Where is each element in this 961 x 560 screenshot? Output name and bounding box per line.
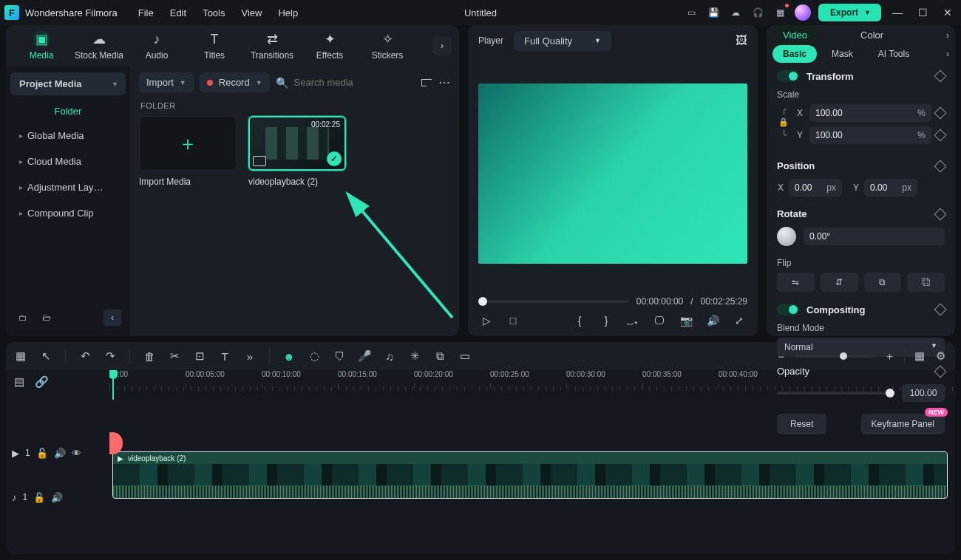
player-scrub-handle[interactable] bbox=[478, 297, 487, 306]
tl-menu-icon[interactable]: ▦ bbox=[13, 349, 28, 363]
sidebar-compound-clip[interactable]: ▸Compound Clip bbox=[10, 202, 126, 225]
player-canvas[interactable] bbox=[478, 83, 747, 264]
transform-keyframe-icon[interactable] bbox=[934, 70, 947, 83]
tl-view-icon[interactable]: ▦ bbox=[912, 349, 927, 363]
undo-icon[interactable]: ↶ bbox=[78, 349, 92, 363]
filter-icon[interactable]: ⫍ bbox=[421, 76, 432, 89]
cloud-icon[interactable]: ☁ bbox=[728, 5, 743, 20]
player-quality-dropdown[interactable]: Full Quality▼ bbox=[514, 31, 611, 51]
music-icon[interactable]: ♫ bbox=[382, 349, 397, 363]
video-track-header[interactable]: ▶1 🔓 🔊 👁 bbox=[6, 431, 109, 475]
subtab-basic[interactable]: Basic bbox=[772, 45, 817, 63]
zoom-out-icon[interactable]: − bbox=[774, 349, 789, 363]
prop-tab-video[interactable]: Video bbox=[772, 25, 818, 45]
tab-audio[interactable]: ♪Audio bbox=[129, 25, 185, 66]
scale-x-kf-icon[interactable] bbox=[934, 107, 947, 120]
scale-x-input[interactable]: 100.00% bbox=[809, 104, 931, 122]
audio-track-header[interactable]: ♪1 🔓 🔊 bbox=[6, 475, 109, 519]
flip-horizontal-button[interactable]: ⇋ bbox=[777, 273, 815, 292]
prop-tabs-more-icon[interactable]: › bbox=[946, 30, 949, 41]
more-icon[interactable]: ⋯ bbox=[438, 75, 450, 89]
menu-view[interactable]: View bbox=[241, 7, 262, 18]
redo-icon[interactable]: ↷ bbox=[103, 349, 118, 363]
headphones-icon[interactable]: 🎧 bbox=[750, 5, 765, 20]
save-icon[interactable]: 💾 bbox=[706, 5, 721, 20]
minimize-icon[interactable]: — bbox=[889, 4, 906, 21]
snapshot-icon[interactable]: 📷 bbox=[678, 313, 694, 329]
prop-tab-color[interactable]: Color bbox=[850, 25, 894, 45]
audio-icon[interactable]: 🔊 bbox=[704, 313, 721, 329]
video-visible-icon[interactable]: 👁 bbox=[72, 448, 81, 459]
player-scrub-track[interactable] bbox=[478, 300, 629, 303]
zoom-slider[interactable] bbox=[795, 355, 876, 358]
position-y-input[interactable]: 0.00px bbox=[864, 179, 917, 197]
tl-cursor-icon[interactable]: ↖ bbox=[38, 349, 53, 363]
audio-lock-icon[interactable]: 🔓 bbox=[33, 492, 45, 503]
flip-vertical-button[interactable]: ⇵ bbox=[821, 273, 858, 292]
layout-icon[interactable]: ▭ bbox=[684, 5, 699, 20]
rotate-dial[interactable] bbox=[777, 227, 796, 246]
sidebar-global-media[interactable]: ▸Global Media bbox=[10, 124, 126, 147]
display-icon[interactable]: 🖵 bbox=[651, 313, 668, 329]
tl-settings-icon[interactable]: ⚙ bbox=[933, 349, 948, 363]
shield-icon[interactable]: ⛉ bbox=[332, 349, 347, 363]
audio-mute-icon[interactable]: 🔊 bbox=[51, 492, 63, 503]
split-icon[interactable]: ✂ bbox=[167, 349, 182, 363]
zoom-slider-handle[interactable] bbox=[840, 352, 847, 360]
video-mute-icon[interactable]: 🔊 bbox=[54, 448, 66, 459]
close-icon[interactable]: ✕ bbox=[939, 4, 957, 21]
tab-effects[interactable]: ✦Effects bbox=[302, 25, 358, 66]
ai-icon[interactable]: ☻ bbox=[282, 349, 296, 363]
rotate-kf-icon[interactable] bbox=[934, 208, 947, 220]
subtab-mask[interactable]: Mask bbox=[821, 45, 863, 63]
tl-link-icon[interactable]: 🔗 bbox=[34, 375, 49, 389]
flip-copy-button[interactable]: ⧉ bbox=[864, 273, 902, 292]
search-input[interactable] bbox=[294, 77, 390, 88]
timeline-tracks[interactable]: ▶videoplayback (2) bbox=[109, 400, 955, 554]
tab-stock-media[interactable]: ☁Stock Media bbox=[71, 25, 127, 66]
compositing-toggle[interactable] bbox=[777, 304, 799, 315]
scale-y-kf-icon[interactable] bbox=[934, 129, 947, 142]
delete-icon[interactable]: 🗑 bbox=[142, 349, 157, 363]
range-icon[interactable]: ⎵▾ bbox=[625, 313, 641, 329]
subtabs-more-icon[interactable]: › bbox=[946, 49, 949, 59]
maximize-icon[interactable]: ☐ bbox=[914, 4, 931, 21]
record-dropdown[interactable]: Record▼ bbox=[200, 72, 270, 92]
menu-help[interactable]: Help bbox=[278, 7, 298, 18]
timeline-ruler[interactable]: 00:0000:00:05:0000:00:10:0000:00:15:0000… bbox=[109, 370, 955, 400]
stop-icon[interactable]: □ bbox=[505, 313, 521, 329]
new-subfolder-icon[interactable]: 🗁 bbox=[38, 310, 55, 326]
flip-paste-button[interactable]: ⿻ bbox=[907, 273, 945, 292]
fullscreen-icon[interactable]: ⤢ bbox=[731, 313, 747, 329]
text-icon[interactable]: T bbox=[217, 349, 232, 363]
transform-toggle[interactable] bbox=[777, 70, 799, 82]
player-snapshot-icon[interactable]: 🖼 bbox=[736, 34, 747, 47]
tl-tracks-icon[interactable]: ▤ bbox=[12, 375, 27, 389]
sidebar-collapse-icon[interactable]: ‹ bbox=[103, 310, 121, 326]
crop-icon[interactable]: ⊡ bbox=[192, 349, 207, 363]
import-media-tile[interactable]: ＋ Import Media bbox=[139, 116, 237, 187]
export-button[interactable]: Export▼ bbox=[818, 4, 881, 21]
rotate-input[interactable]: 0.00° bbox=[804, 228, 945, 245]
media-clip-tile[interactable]: 00:02:25 ✓ videoplayback (2) bbox=[248, 116, 346, 187]
new-folder-icon[interactable]: 🗀 bbox=[15, 310, 31, 326]
color-icon[interactable]: ◌ bbox=[307, 349, 322, 363]
apps-icon[interactable]: ▦ bbox=[772, 5, 787, 20]
mark-out-icon[interactable]: } bbox=[598, 313, 614, 329]
playhead[interactable] bbox=[112, 370, 114, 400]
tab-media[interactable]: ▣Media bbox=[13, 25, 69, 66]
marker-icon[interactable]: ✳ bbox=[407, 349, 422, 363]
media-tabs-more-icon[interactable]: › bbox=[432, 36, 452, 55]
tab-stickers[interactable]: ✧Stickers bbox=[359, 25, 415, 66]
zoom-in-icon[interactable]: ＋ bbox=[882, 349, 897, 363]
play-icon[interactable]: ▷ bbox=[478, 313, 495, 329]
more-tools-icon[interactable]: » bbox=[242, 349, 257, 363]
mic-icon[interactable]: 🎤 bbox=[357, 349, 372, 363]
menu-tools[interactable]: Tools bbox=[203, 7, 225, 18]
import-dropdown[interactable]: Import▼ bbox=[139, 72, 194, 92]
tab-titles[interactable]: TTitles bbox=[186, 25, 242, 66]
sidebar-cloud-media[interactable]: ▸Cloud Media bbox=[10, 150, 126, 173]
position-kf-icon[interactable] bbox=[934, 160, 947, 172]
tab-transitions[interactable]: ⇄Transitions bbox=[244, 25, 300, 66]
mark-in-icon[interactable]: { bbox=[571, 313, 588, 329]
